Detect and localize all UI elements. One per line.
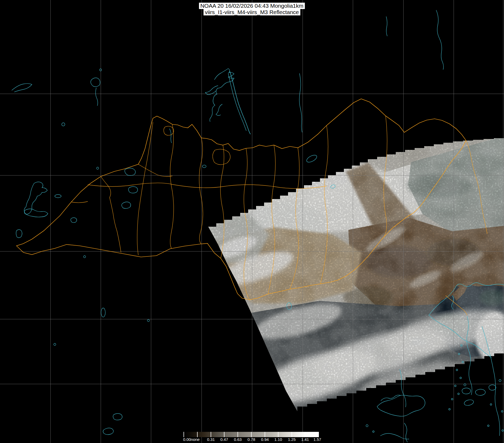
colorbar-label: 0.78	[247, 437, 255, 442]
jeju-island	[464, 399, 474, 406]
colorbar-tick	[291, 432, 292, 437]
colorbar-label: 1.10	[274, 437, 282, 442]
colorbar-label: 1.41	[301, 437, 309, 442]
colorbar-tick	[278, 432, 278, 437]
colorbar-tick	[197, 432, 198, 437]
title-line-1: NOAA 20 16/02/2026 04:43 Mongolia1km	[199, 3, 305, 9]
map-canvas[interactable]	[0, 0, 504, 443]
colorbar-label: 0.94	[261, 437, 269, 442]
colorbar-tick	[211, 432, 211, 437]
colorbar-tick	[251, 432, 252, 437]
colorbar-tick	[265, 432, 265, 437]
colorbar-tick	[184, 432, 184, 437]
colorbar-tick	[238, 432, 238, 437]
colorbar-label: 1.57	[313, 437, 321, 442]
title-line-2: viirs_I1-viirs_M4-viirs_M3 Reflectance	[203, 9, 300, 15]
colorbar-label: 0.31	[207, 437, 215, 442]
colorbar-tick	[318, 432, 318, 437]
hulun-lake	[306, 154, 318, 163]
colorbar-label: none	[191, 437, 199, 442]
colorbar-label: 0.47	[220, 437, 228, 442]
satellite-swath-image	[186, 117, 504, 425]
colorbar-label: 0.63	[234, 437, 241, 442]
colorbar-label: 0.00	[183, 437, 191, 442]
colorbar-tick	[224, 432, 224, 437]
colorbar-labels: 0.00 none 0.31 0.47 0.63 0.78 0.94 1.10 …	[0, 437, 504, 442]
colorbar-gradient	[183, 432, 319, 437]
colorbar-label: 1.25	[288, 437, 295, 442]
colorbar-tick	[305, 432, 305, 437]
lake-baikal	[230, 71, 251, 134]
title-box: NOAA 20 16/02/2026 04:43 Mongolia1km vii…	[199, 3, 305, 15]
satellite-viewer-window: NOAA 20 16/02/2026 04:43 Mongolia1km vii…	[0, 0, 504, 443]
reservoir-outline	[210, 69, 234, 122]
